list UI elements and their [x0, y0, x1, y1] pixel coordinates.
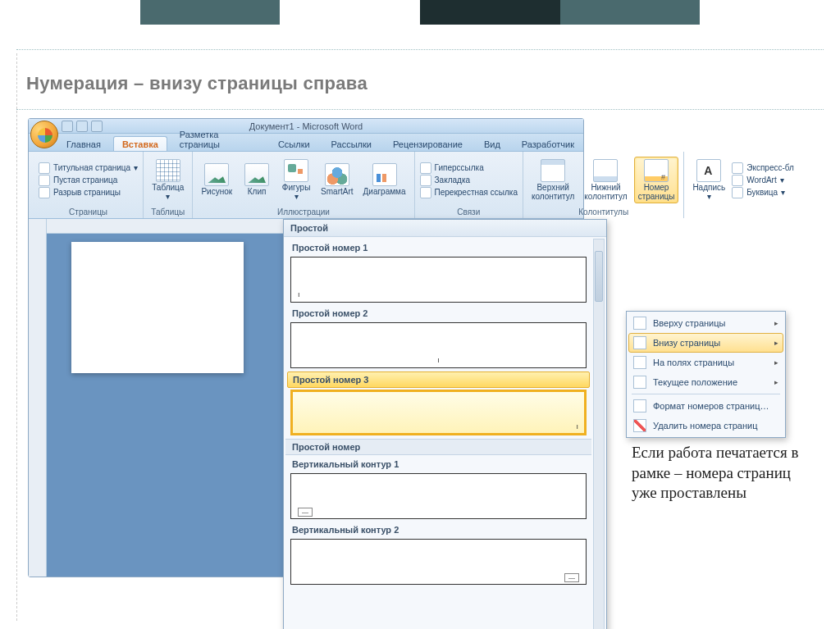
group-links: Гиперссылка Закладка Перекрестная ссылка…	[415, 152, 523, 218]
preview-num-marker: —	[298, 508, 313, 517]
tab-developer[interactable]: Разработчик	[513, 136, 583, 151]
wordart-button[interactable]: WordArt ▾	[732, 175, 794, 186]
submenu-format-numbers[interactable]: Формат номеров страниц…	[628, 396, 783, 416]
footer-icon	[593, 159, 618, 182]
document-page[interactable]	[71, 242, 244, 373]
preview-num-marker: ı	[576, 422, 578, 431]
crossref-button[interactable]: Перекрестная ссылка	[420, 187, 518, 198]
slide-guide-vertical	[16, 53, 17, 621]
group-links-label: Связи	[420, 207, 518, 218]
slide-title: Нумерация – внизу страницы справа	[0, 50, 840, 109]
gallery-opt-simple-1[interactable]: Простой номер 1 ı	[287, 240, 590, 303]
page-bottom-icon	[633, 336, 646, 349]
pagenum-submenu: Вверху страницы▸ Внизу страницы▸ На поля…	[626, 311, 786, 438]
tab-insert[interactable]: Вставка	[113, 136, 167, 151]
tab-home[interactable]: Главная	[57, 136, 110, 151]
group-tables-label: Таблицы	[148, 207, 187, 218]
group-illus-label: Иллюстрации	[198, 207, 409, 218]
ribbon-body: Титульная страница ▾ Пустая страница Раз…	[29, 152, 583, 219]
dropcap-button[interactable]: Буквица ▾	[732, 187, 794, 198]
clip-button[interactable]: Клип	[239, 162, 275, 198]
table-button[interactable]: Таблица▾	[148, 157, 187, 203]
table-icon	[156, 159, 180, 182]
textbox-icon	[696, 159, 721, 182]
qat-undo-icon[interactable]	[76, 121, 88, 132]
qat-redo-icon[interactable]	[91, 121, 103, 132]
tab-references[interactable]: Ссылки	[269, 136, 319, 151]
gallery-section-simple: Простой	[284, 220, 606, 237]
submenu-remove-numbers[interactable]: Удалить номера страниц	[628, 416, 783, 435]
slide-accent-bar	[0, 0, 840, 25]
vertical-ruler	[29, 219, 47, 577]
quickparts-button[interactable]: Экспресс-бл	[732, 162, 794, 174]
page-current-icon	[633, 376, 646, 389]
gallery-opt-vcontour-1[interactable]: Вертикальный контур 1 —	[287, 457, 590, 519]
textbox-button[interactable]: Надпись▾	[689, 157, 728, 203]
group-hf-label: Колонтитулы	[528, 207, 678, 218]
group-pages-label: Страницы	[39, 207, 138, 218]
gallery-opt-vcontour-2[interactable]: Вертикальный контур 2 —	[287, 522, 590, 585]
preview-num-marker: ı	[298, 290, 300, 299]
page-number-button[interactable]: Номер страницы	[634, 157, 679, 203]
page-break-button[interactable]: Разрыв страницы	[39, 187, 138, 198]
picture-button[interactable]: Рисунок	[198, 162, 235, 198]
picture-icon	[204, 163, 229, 186]
chart-icon	[372, 163, 397, 186]
group-text-label	[689, 207, 794, 218]
submenu-current-position[interactable]: Текущее положение▸	[628, 372, 783, 392]
gallery-section-simple2: Простой номер	[285, 439, 591, 455]
pagenum-icon	[644, 159, 669, 182]
shapes-button[interactable]: Фигуры▾	[278, 157, 314, 203]
pagenum-gallery-dropdown: Простой Простой номер 1 ı Простой номер …	[283, 219, 607, 629]
hyperlink-button[interactable]: Гиперссылка	[420, 162, 518, 174]
window-title: Документ1 - Microsoft Word	[29, 119, 583, 134]
smartart-icon	[325, 163, 349, 186]
group-illustrations: Рисунок Клип Фигуры▾ SmartArt Диаграмма …	[193, 152, 414, 218]
tab-view[interactable]: Вид	[475, 136, 509, 151]
office-button[interactable]	[30, 121, 58, 148]
shapes-icon	[284, 159, 308, 182]
qat-save-icon[interactable]	[62, 121, 73, 132]
page-top-icon	[633, 317, 646, 330]
bookmark-button[interactable]: Закладка	[420, 175, 518, 186]
footer-button[interactable]: Нижний колонтитул	[581, 157, 630, 203]
header-button[interactable]: Верхний колонтитул	[528, 157, 578, 203]
tab-mailings[interactable]: Рассылки	[322, 136, 381, 151]
group-text: Надпись▾ Экспресс-бл WordArt ▾ Буквица ▾	[684, 152, 799, 218]
submenu-top-of-page[interactable]: Вверху страницы▸	[628, 313, 783, 333]
delete-icon	[633, 419, 646, 432]
word-screenshot: Документ1 - Microsoft Word Главная Встав…	[28, 118, 584, 577]
group-tables: Таблица▾ Таблицы	[144, 152, 193, 218]
gallery-scrollbar[interactable]	[593, 239, 605, 629]
group-pages: Титульная страница ▾ Пустая страница Раз…	[34, 152, 144, 218]
ribbon-tabs: Главная Вставка Разметка страницы Ссылки…	[29, 134, 583, 152]
tab-layout[interactable]: Разметка страницы	[171, 126, 266, 151]
preview-num-marker: ı	[437, 356, 440, 364]
page-margin-icon	[633, 356, 646, 369]
group-header-footer: Верхний колонтитул Нижний колонтитул Ном…	[523, 152, 684, 218]
submenu-page-margins[interactable]: На полях страницы▸	[628, 353, 783, 372]
cover-page-button[interactable]: Титульная страница ▾	[39, 162, 138, 174]
header-icon	[541, 159, 565, 182]
submenu-bottom-of-page[interactable]: Внизу страницы▸	[628, 333, 783, 353]
smartart-button[interactable]: SmartArt	[317, 162, 356, 198]
quick-access-toolbar[interactable]	[62, 121, 103, 132]
gallery-opt-simple-2[interactable]: Простой номер 2 ı	[287, 306, 590, 368]
slide-note-text: Если работа печатается в рамке – номера …	[632, 443, 812, 504]
preview-num-marker: —	[564, 573, 579, 582]
slide-divider-under-title	[16, 109, 824, 110]
tab-review[interactable]: Рецензирование	[384, 136, 472, 151]
gallery-opt-simple-3[interactable]: Простой номер 3 ı	[287, 371, 590, 435]
format-icon	[633, 399, 646, 412]
blank-page-button[interactable]: Пустая страница	[39, 175, 138, 186]
chart-button[interactable]: Диаграмма	[360, 162, 409, 198]
clipart-icon	[244, 163, 269, 186]
